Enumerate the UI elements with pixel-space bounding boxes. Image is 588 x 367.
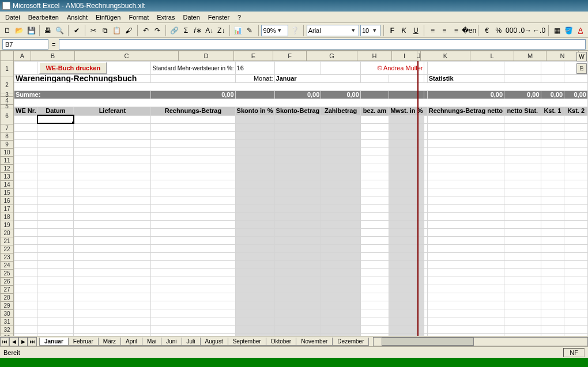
font-name-combo[interactable]: Arial▾ [307, 25, 359, 36]
menu-format[interactable]: Format [125, 13, 153, 22]
tab-nav-first-icon[interactable]: ⏮ [0, 337, 9, 346]
zoom-combo[interactable]: 90%▾ [261, 25, 288, 36]
tab-nav-last-icon[interactable]: ⏭ [28, 337, 37, 346]
formula-input[interactable] [59, 39, 586, 50]
row-header[interactable]: 23 [0, 254, 14, 262]
row-header[interactable]: 7 [0, 124, 14, 133]
menu-bearbeiten[interactable]: Bearbeiten [24, 13, 63, 22]
row-header[interactable]: 25 [0, 270, 14, 278]
percent-icon[interactable]: % [493, 24, 504, 37]
format-painter-icon[interactable]: 🖌 [123, 24, 134, 37]
row-header[interactable]: 31 [0, 318, 14, 326]
align-center-icon[interactable]: ≡ [439, 24, 450, 37]
sheet-tab-oktober[interactable]: Oktober [266, 338, 297, 346]
autosum-icon[interactable]: Σ [180, 24, 191, 37]
row-header[interactable]: 22 [0, 245, 14, 254]
row-header[interactable]: 14 [0, 181, 14, 189]
help-icon[interactable]: ❔ [289, 24, 300, 37]
save-icon[interactable]: 💾 [26, 24, 36, 37]
sheet-tab-dezember[interactable]: Dezember [332, 338, 369, 346]
increase-decimal-icon[interactable]: .0→ [519, 24, 532, 37]
font-size-combo[interactable]: 10▾ [360, 25, 381, 36]
col-header[interactable]: K [421, 51, 470, 61]
menu-help[interactable]: ? [233, 13, 245, 22]
spellcheck-icon[interactable]: ✔ [71, 24, 82, 37]
menu-ansicht[interactable]: Ansicht [63, 13, 92, 22]
row-header[interactable]: 13 [0, 173, 14, 181]
drawing-icon[interactable]: ✎ [244, 24, 255, 37]
tab-nav-next-icon[interactable]: ▶ [18, 337, 28, 346]
chart-icon[interactable]: 📊 [233, 24, 243, 37]
row-header[interactable]: 28 [0, 294, 14, 302]
row-header[interactable]: 2 [0, 77, 14, 93]
sheet-tab-juni[interactable]: Juni [161, 338, 182, 346]
row-header[interactable]: 6 [0, 108, 14, 124]
spreadsheet-grid[interactable]: WE-Buch drucken Standard Mehr-wertsteuer… [14, 61, 588, 336]
col-header[interactable]: G [307, 51, 357, 61]
scrollbar-thumb[interactable] [382, 338, 474, 346]
menu-daten[interactable]: Daten [179, 13, 203, 22]
menu-fenster[interactable]: Fenster [204, 13, 233, 22]
col-header[interactable]: E [234, 51, 273, 61]
sort-desc-icon[interactable]: Z↓ [216, 24, 227, 37]
row-header[interactable]: 9 [0, 141, 14, 149]
month-value[interactable]: Januar [274, 75, 360, 83]
row-header[interactable]: 27 [0, 286, 14, 294]
copy-icon[interactable]: ⧉ [100, 24, 110, 37]
sheet-tab-märz[interactable]: März [98, 338, 121, 346]
print-preview-icon[interactable]: 🔍 [54, 24, 65, 37]
open-icon[interactable]: 📂 [14, 24, 24, 37]
new-icon[interactable]: 🗋 [2, 24, 13, 37]
print-book-button[interactable]: WE-Buch drucken [39, 62, 107, 74]
row-header[interactable]: 19 [0, 221, 14, 229]
sheet-tab-juli[interactable]: Juli [182, 338, 201, 346]
row-header[interactable]: 26 [0, 278, 14, 286]
row-header[interactable]: 8 [0, 133, 14, 141]
align-left-icon[interactable]: ≡ [427, 24, 438, 37]
merge-center-icon[interactable]: �en [462, 24, 475, 37]
menu-einfuegen[interactable]: Einfügen [92, 13, 125, 22]
borders-icon[interactable]: ▦ [552, 24, 562, 37]
col-header[interactable]: C [75, 51, 179, 61]
col-header[interactable]: A [14, 51, 31, 61]
font-color-icon[interactable]: A [575, 24, 586, 37]
sheet-tab-september[interactable]: September [228, 338, 266, 346]
col-header[interactable]: I [392, 51, 417, 61]
hyperlink-icon[interactable]: 🔗 [169, 24, 179, 37]
function-icon[interactable]: f∗ [193, 24, 203, 37]
sheet-tab-april[interactable]: April [120, 338, 142, 346]
col-header[interactable]: D [179, 51, 234, 61]
row-header[interactable]: 24 [0, 262, 14, 270]
cut-icon[interactable]: ✂ [88, 24, 99, 37]
col-header[interactable]: M [514, 51, 546, 61]
align-right-icon[interactable]: ≡ [451, 24, 461, 37]
row-header[interactable]: 29 [0, 302, 14, 310]
menu-datei[interactable]: Datei [1, 13, 24, 22]
sheet-tab-februar[interactable]: Februar [68, 338, 99, 346]
undo-icon[interactable]: ↶ [140, 24, 150, 37]
comma-style-icon[interactable]: 000 [505, 24, 518, 37]
row-header[interactable]: 32 [0, 326, 14, 334]
row-header[interactable]: 21 [0, 237, 14, 245]
row-header[interactable]: 16 [0, 197, 14, 205]
row-header[interactable]: 10 [0, 149, 14, 157]
col-header[interactable]: B [31, 51, 75, 61]
tab-nav-prev-icon[interactable]: ◀ [9, 337, 18, 346]
bold-icon[interactable]: F [387, 24, 397, 37]
select-all-corner[interactable] [0, 51, 14, 61]
col-header[interactable]: N [546, 51, 579, 61]
row-header[interactable]: 15 [0, 189, 14, 197]
fill-color-icon[interactable]: 🪣 [563, 24, 574, 37]
sheet-tab-januar[interactable]: Januar [39, 338, 69, 346]
name-box[interactable]: B7 [2, 39, 48, 50]
print-icon[interactable]: 🖶 [43, 24, 53, 37]
currency-icon[interactable]: € [481, 24, 492, 37]
row-header[interactable]: 20 [0, 229, 14, 237]
row-header[interactable]: 1 [0, 61, 14, 77]
row-header[interactable]: 30 [0, 310, 14, 318]
underline-icon[interactable]: U [410, 24, 421, 37]
italic-icon[interactable]: K [399, 24, 409, 37]
decrease-decimal-icon[interactable]: ←.0 [533, 24, 545, 37]
menu-extras[interactable]: Extras [153, 13, 179, 22]
col-header[interactable]: F [273, 51, 307, 61]
